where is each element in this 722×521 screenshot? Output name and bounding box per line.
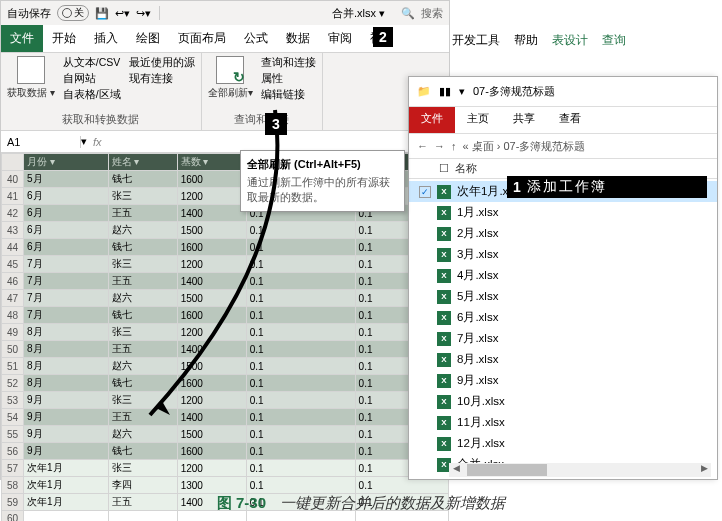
tooltip-body: 通过刷新工作簿中的所有源获取最新的数据。 (247, 175, 398, 205)
figure-number: 图 7-30 (217, 494, 266, 511)
file-explorer: 📁 ▮▮ ▾ 07-多簿规范标题 文件 主页 共享 查看 ← → ↑ « 桌面 … (408, 76, 718, 480)
edit-links-button[interactable]: 编辑链接 (261, 88, 316, 102)
file-item[interactable]: X1月.xlsx (409, 202, 717, 223)
figure-caption: 图 7-30 一键更新合并后的数据及新增数据 (0, 494, 722, 513)
file-item[interactable]: X5月.xlsx (409, 286, 717, 307)
tab-layout[interactable]: 页面布局 (169, 25, 235, 52)
back-icon[interactable]: ← (417, 140, 428, 152)
save-icon[interactable]: 💾 (95, 7, 109, 20)
tab-data[interactable]: 数据 (277, 25, 319, 52)
redo-icon[interactable]: ↪▾ (136, 7, 151, 20)
excel-file-icon: X (437, 290, 451, 304)
tab-help[interactable]: 帮助 (514, 32, 538, 49)
file-item[interactable]: X10月.xlsx (409, 391, 717, 412)
excel-file-icon: X (437, 332, 451, 346)
pin-icon[interactable]: ▮▮ (439, 85, 451, 98)
tab-formula[interactable]: 公式 (235, 25, 277, 52)
excel-file-icon: X (437, 311, 451, 325)
autosave-toggle[interactable]: 关 (57, 5, 89, 21)
group-label-queries: 查询和连接 (208, 113, 316, 127)
explorer-titlebar: 📁 ▮▮ ▾ 07-多簿规范标题 (409, 77, 717, 107)
fx-icon[interactable]: fx (87, 136, 108, 148)
explorer-tab-file[interactable]: 文件 (409, 107, 455, 133)
excel-file-icon: X (437, 206, 451, 220)
from-csv-button[interactable]: 从文本/CSV (63, 56, 121, 70)
explorer-tab-view[interactable]: 查看 (547, 107, 593, 133)
folder-icon: 📁 (417, 85, 431, 98)
address-text: « 桌面 › 07-多簿规范标题 (463, 139, 586, 154)
file-item[interactable]: X7月.xlsx (409, 328, 717, 349)
file-item[interactable]: X3月.xlsx (409, 244, 717, 265)
excel-window: 自动保存 关 💾 ↩▾ ↪▾ 合并.xlsx ▾ 🔍 搜索 文件 开始 插入 绘… (0, 0, 450, 480)
tab-home[interactable]: 开始 (43, 25, 85, 52)
explorer-tab-share[interactable]: 共享 (501, 107, 547, 133)
get-data-button[interactable]: 获取数据 ▾ (7, 56, 55, 102)
explorer-tabs: 文件 主页 共享 查看 (409, 107, 717, 133)
from-range-button[interactable]: 自表格/区域 (63, 88, 121, 102)
file-item[interactable]: X6月.xlsx (409, 307, 717, 328)
ribbon-group-getdata: 获取数据 ▾ 从文本/CSV 自网站 自表格/区域 最近使用的源 现有连接 获取… (1, 53, 202, 130)
tab-design[interactable]: 表设计 (552, 32, 588, 49)
refresh-tooltip: 全部刷新 (Ctrl+Alt+F5) 通过刷新工作簿中的所有源获取最新的数据。 (240, 150, 405, 212)
excel-file-icon: X (437, 416, 451, 430)
get-data-icon (17, 56, 45, 84)
tab-query[interactable]: 查询 (602, 32, 626, 49)
excel-file-icon: X (437, 437, 451, 451)
excel-file-icon: X (437, 374, 451, 388)
explorer-addressbar[interactable]: ← → ↑ « 桌面 › 07-多簿规范标题 (409, 133, 717, 159)
tab-insert[interactable]: 插入 (85, 25, 127, 52)
recent-sources-button[interactable]: 最近使用的源 (129, 56, 195, 70)
excel-file-icon: X (437, 185, 451, 199)
quick-access-toolbar: 自动保存 关 💾 ↩▾ ↪▾ 合并.xlsx ▾ 🔍 搜索 (1, 1, 449, 25)
excel-file-icon: X (437, 248, 451, 262)
file-item[interactable]: X2月.xlsx (409, 223, 717, 244)
up-icon[interactable]: ↑ (451, 140, 457, 152)
tab-file[interactable]: 文件 (1, 25, 43, 52)
undo-icon[interactable]: ↩▾ (115, 7, 130, 20)
file-item[interactable]: X9月.xlsx (409, 370, 717, 391)
ribbon-tabs-overflow: 开发工具 帮助 表设计 查询 (452, 32, 626, 49)
callout-banner-1: 1 添加工作簿 (507, 176, 707, 198)
name-box[interactable]: A1 (1, 136, 81, 148)
file-item[interactable]: X8月.xlsx (409, 349, 717, 370)
explorer-file-list: ✓X次年1月.xlsxX1月.xlsxX2月.xlsxX3月.xlsxX4月.x… (409, 179, 717, 477)
callout-marker-2: 2 (373, 27, 393, 47)
forward-icon[interactable]: → (434, 140, 445, 152)
search-label[interactable]: 搜索 (421, 6, 443, 21)
ribbon-group-queries: 全部刷新▾ 查询和连接 属性 编辑链接 查询和连接 (202, 53, 323, 130)
workbook-title[interactable]: 合并.xlsx ▾ (332, 6, 385, 21)
search-icon[interactable]: 🔍 (401, 7, 415, 20)
excel-file-icon: X (437, 227, 451, 241)
callout-text-1: 添加工作簿 (527, 178, 707, 196)
figure-text: 一键更新合并后的数据及新增数据 (280, 494, 505, 511)
file-item[interactable]: X12月.xlsx (409, 433, 717, 454)
file-item[interactable]: X4月.xlsx (409, 265, 717, 286)
callout-marker-3: 3 (265, 113, 287, 135)
column-name[interactable]: 名称 (455, 161, 477, 176)
ribbon-body: 获取数据 ▾ 从文本/CSV 自网站 自表格/区域 最近使用的源 现有连接 获取… (1, 53, 449, 131)
excel-file-icon: X (437, 395, 451, 409)
callout-marker-1: 1 (507, 179, 527, 195)
from-web-button[interactable]: 自网站 (63, 72, 121, 86)
explorer-tab-home[interactable]: 主页 (455, 107, 501, 133)
explorer-scrollbar[interactable]: ◀▶ (449, 463, 711, 477)
tab-dev[interactable]: 开发工具 (452, 32, 500, 49)
excel-file-icon: X (437, 353, 451, 367)
group-label-getdata: 获取和转换数据 (7, 113, 195, 127)
refresh-all-button[interactable]: 全部刷新▾ (208, 56, 253, 102)
refresh-icon (216, 56, 244, 84)
properties-button[interactable]: 属性 (261, 72, 316, 86)
tab-review[interactable]: 审阅 (319, 25, 361, 52)
explorer-dropdown-icon[interactable]: ▾ (459, 85, 465, 98)
excel-file-icon: X (437, 269, 451, 283)
explorer-title: 07-多簿规范标题 (473, 84, 555, 99)
tab-draw[interactable]: 绘图 (127, 25, 169, 52)
queries-button[interactable]: 查询和连接 (261, 56, 316, 70)
autosave-label: 自动保存 (7, 6, 51, 21)
existing-conn-button[interactable]: 现有连接 (129, 72, 195, 86)
tooltip-title: 全部刷新 (Ctrl+Alt+F5) (247, 157, 398, 172)
file-item[interactable]: X11月.xlsx (409, 412, 717, 433)
